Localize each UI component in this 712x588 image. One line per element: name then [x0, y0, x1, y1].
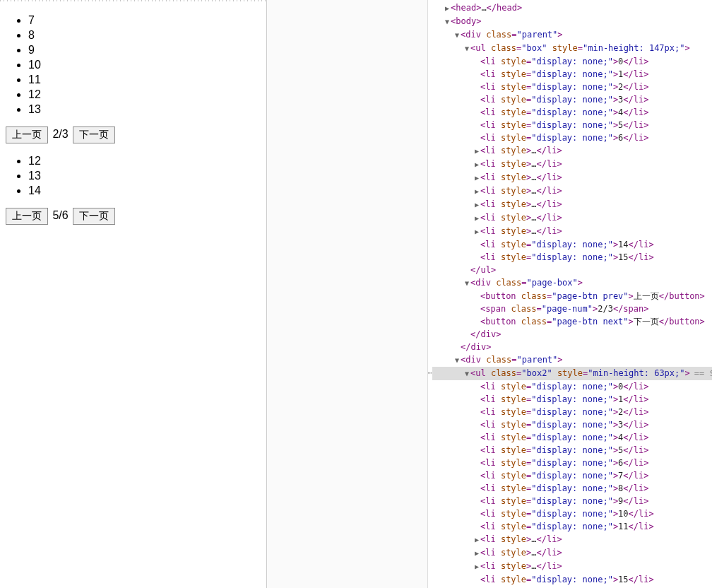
- dom-tree-line[interactable]: <ul class="box" style="min-height: 147px…: [432, 42, 712, 55]
- devtools-elements-panel[interactable]: <head>…</head><body><div class="parent">…: [428, 0, 712, 588]
- list-item: 12: [28, 153, 266, 168]
- dom-tree-line[interactable]: <li style="display: none;">4</li>: [432, 431, 712, 444]
- dom-tree-line[interactable]: <li style="display: none;">11</li>: [432, 520, 712, 533]
- dom-tree-line[interactable]: <li style="display: none;">6</li>: [432, 131, 712, 144]
- dom-tree-line[interactable]: <li style="display: none;">0</li>: [432, 55, 712, 68]
- dom-tree-line[interactable]: </ul>: [432, 264, 712, 276]
- expand-caret-icon[interactable]: [444, 2, 451, 15]
- expand-caret-icon[interactable]: [463, 368, 470, 380]
- expand-caret-icon[interactable]: [473, 172, 480, 184]
- ruler-top: [0, 0, 266, 1]
- dom-tree-line[interactable]: <li style="display: none;">15</li>: [432, 573, 712, 586]
- dom-tree-line[interactable]: <li style="display: none;">1</li>: [432, 68, 712, 81]
- dom-tree-line[interactable]: <div class="parent">: [432, 28, 712, 42]
- dom-tree-line[interactable]: <li style>…</li>: [432, 184, 712, 198]
- dom-tree-line[interactable]: <head>…</head>: [432, 1, 712, 15]
- dom-tree-line[interactable]: <li style="display: none;">2</li>: [432, 406, 712, 418]
- dom-tree-line[interactable]: <li style>…</li>: [432, 560, 712, 573]
- middle-gap: [267, 0, 428, 588]
- dom-tree-line[interactable]: <li style="display: none;">5</li>: [432, 444, 712, 457]
- dom-tree-line[interactable]: <li style="display: none;">10</li>: [432, 507, 712, 520]
- dom-tree-line[interactable]: <span class="page-num">2/3</span>: [432, 302, 712, 315]
- dom-tree-line[interactable]: <li style="display: none;">15</li>: [432, 251, 712, 264]
- expand-caret-icon[interactable]: [453, 29, 461, 42]
- list-item: 10: [28, 57, 266, 72]
- dom-tree-line[interactable]: <li style="display: none;">1</li>: [432, 393, 712, 406]
- dom-tree-line[interactable]: <li style>…</li>: [432, 198, 712, 211]
- dom-tree-line[interactable]: <li style>…</li>: [432, 211, 712, 225]
- prev-button-1[interactable]: 上一页: [6, 127, 48, 143]
- list-item: 12: [28, 87, 266, 102]
- dom-tree-line[interactable]: <li style="display: none;">0</li>: [432, 380, 712, 393]
- dom-tree-line[interactable]: <li style>…</li>: [432, 171, 712, 184]
- dom-tree-line[interactable]: ⋯<ul class="box2" style="min-height: 63p…: [432, 367, 712, 380]
- dom-tree-line[interactable]: <div class="page-box">: [432, 276, 712, 290]
- list-item: 13: [28, 102, 266, 117]
- expand-caret-icon[interactable]: [444, 16, 451, 28]
- dom-tree-line[interactable]: <li style="display: none;">14</li>: [432, 238, 712, 251]
- dom-tree-line[interactable]: <li style>…</li>: [432, 546, 712, 560]
- expand-caret-icon[interactable]: [473, 145, 480, 158]
- dom-tree-line[interactable]: <li style>…</li>: [432, 144, 712, 158]
- list-item: 9: [28, 42, 266, 57]
- list-item: 13: [28, 168, 266, 183]
- dom-tree-line[interactable]: <li style="display: none;">3</li>: [432, 93, 712, 106]
- list-item: 11: [28, 72, 266, 87]
- expand-caret-icon[interactable]: [453, 354, 461, 367]
- expand-caret-icon[interactable]: [473, 199, 480, 211]
- list-item: 7: [28, 13, 266, 28]
- page-box-2: 上一页 5/6 下一页: [6, 208, 261, 225]
- expand-caret-icon[interactable]: [473, 158, 480, 171]
- page-num-2: 5/6: [52, 209, 68, 221]
- expand-caret-icon[interactable]: [473, 547, 480, 560]
- list-item: 14: [28, 183, 266, 198]
- prev-button-2[interactable]: 上一页: [6, 208, 48, 225]
- dom-tree-line[interactable]: <button class="page-btn next">下一页</butto…: [432, 315, 712, 328]
- rendered-page-panel: 78910111213 上一页 2/3 下一页 121314 上一页 5/6 下…: [0, 0, 267, 588]
- dom-tree-line[interactable]: <li style="display: none;">3</li>: [432, 418, 712, 431]
- expand-caret-icon[interactable]: [463, 277, 470, 290]
- next-button-1[interactable]: 下一页: [73, 127, 115, 143]
- expand-caret-icon[interactable]: [473, 560, 480, 573]
- dom-tree-line[interactable]: <li style>…</li>: [432, 533, 712, 546]
- expand-caret-icon[interactable]: [473, 212, 480, 225]
- list-box1: 78910111213: [0, 13, 266, 117]
- dom-tree-line[interactable]: </div>: [432, 328, 712, 341]
- dom-tree-line[interactable]: <body>: [432, 15, 712, 28]
- page-box-1: 上一页 2/3 下一页: [6, 127, 261, 143]
- dom-tree-line[interactable]: <li style="display: none;">7</li>: [432, 469, 712, 482]
- expand-caret-icon[interactable]: [473, 225, 480, 238]
- dom-tree-line[interactable]: <li style="display: none;">9</li>: [432, 495, 712, 507]
- expand-caret-icon[interactable]: [473, 185, 480, 198]
- dom-tree-line[interactable]: </div>: [432, 341, 712, 353]
- dom-tree-line[interactable]: <button class="page-btn prev">上一页</butto…: [432, 290, 712, 302]
- expand-caret-icon[interactable]: [473, 534, 480, 546]
- dom-tree-line[interactable]: <div class="parent">: [432, 353, 712, 367]
- dom-tree-line[interactable]: <li style>…</li>: [432, 158, 712, 171]
- dom-tree-line[interactable]: <li style="display: none;">2</li>: [432, 81, 712, 93]
- dom-tree-line[interactable]: <li style="display: none;">8</li>: [432, 482, 712, 495]
- list-item: 8: [28, 28, 266, 42]
- dom-tree-line[interactable]: <li style="display: none;">6</li>: [432, 457, 712, 469]
- dom-tree-line[interactable]: <li style="display: none;">4</li>: [432, 106, 712, 119]
- dom-tree-line[interactable]: <li style>…</li>: [432, 225, 712, 238]
- next-button-2[interactable]: 下一页: [73, 208, 115, 225]
- dom-tree-line[interactable]: <li style="display: none;">5</li>: [432, 119, 712, 131]
- list-box2: 121314: [0, 153, 266, 198]
- expand-caret-icon[interactable]: [463, 42, 470, 55]
- page-num-1: 2/3: [52, 128, 68, 140]
